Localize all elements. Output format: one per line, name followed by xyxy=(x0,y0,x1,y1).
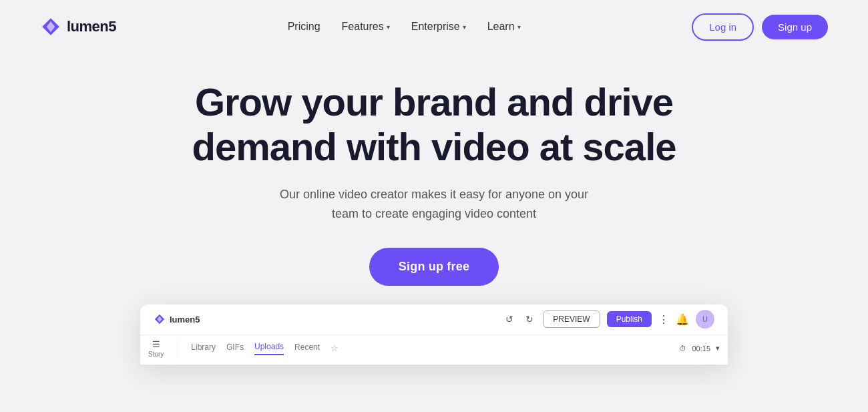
app-logo-icon xyxy=(154,313,166,325)
app-logo-text: lumen5 xyxy=(170,315,200,325)
logo[interactable]: lumen5 xyxy=(40,16,116,37)
navbar: lumen5 Pricing Features ▾ Enterprise ▾ L… xyxy=(0,0,868,53)
undo-icon[interactable]: ↺ xyxy=(503,313,516,326)
nav-enterprise[interactable]: Enterprise ▾ xyxy=(411,21,466,33)
tab-uploads[interactable]: Uploads xyxy=(254,342,284,355)
more-options-icon[interactable]: ⋮ xyxy=(658,313,669,326)
signup-button[interactable]: Sign up xyxy=(762,15,828,39)
timer-chevron: ▾ xyxy=(716,344,720,353)
chevron-down-icon: ▾ xyxy=(517,23,521,31)
story-icon: ☰ xyxy=(152,339,160,349)
app-timer: ⏱ 00:15 ▾ xyxy=(679,344,720,353)
divider xyxy=(177,341,178,357)
tab-recent[interactable]: Recent xyxy=(294,343,320,355)
app-preview: lumen5 ↺ ↻ PREVIEW Publish ⋮ 🔔 U ☰ Story… xyxy=(140,304,728,365)
timer-value: 00:15 xyxy=(692,345,710,353)
avatar[interactable]: U xyxy=(696,310,714,329)
hero-cta-button[interactable]: Sign up free xyxy=(369,248,499,286)
hero-title: Grow your brand and drive demand with vi… xyxy=(180,80,688,169)
publish-button[interactable]: Publish xyxy=(607,311,652,327)
chevron-down-icon: ▾ xyxy=(387,23,390,31)
nav-buttons: Log in Sign up xyxy=(692,13,828,41)
nav-pricing[interactable]: Pricing xyxy=(288,21,320,33)
logo-text: lumen5 xyxy=(67,18,116,35)
nav-features[interactable]: Features ▾ xyxy=(342,21,390,33)
login-button[interactable]: Log in xyxy=(692,13,754,41)
tab-gifs[interactable]: GIFs xyxy=(226,343,244,355)
app-logo: lumen5 xyxy=(154,313,200,325)
story-panel-toggle[interactable]: ☰ Story xyxy=(148,339,164,358)
nav-links: Pricing Features ▾ Enterprise ▾ Learn ▾ xyxy=(288,21,521,33)
hero-section: Grow your brand and drive demand with vi… xyxy=(0,53,868,378)
app-toolbar: ☰ Story Library GIFs Uploads Recent ☆ ⏱ … xyxy=(140,335,728,362)
hero-subtitle: Our online video creator makes it easy f… xyxy=(274,185,594,224)
redo-icon[interactable]: ↻ xyxy=(523,313,536,326)
notification-icon[interactable]: 🔔 xyxy=(676,313,689,326)
tab-library[interactable]: Library xyxy=(191,343,216,355)
preview-button[interactable]: PREVIEW xyxy=(543,311,600,328)
favorites-icon[interactable]: ☆ xyxy=(331,343,339,353)
media-tabs: Library GIFs Uploads Recent ☆ xyxy=(191,342,339,355)
nav-learn[interactable]: Learn ▾ xyxy=(487,21,521,33)
timer-display: ⏱ xyxy=(679,345,686,353)
app-bar-actions: ↺ ↻ PREVIEW Publish ⋮ 🔔 U xyxy=(503,310,714,329)
logo-diamond-icon xyxy=(40,16,61,37)
app-topbar: lumen5 ↺ ↻ PREVIEW Publish ⋮ 🔔 U xyxy=(140,304,728,335)
chevron-down-icon: ▾ xyxy=(463,23,466,31)
